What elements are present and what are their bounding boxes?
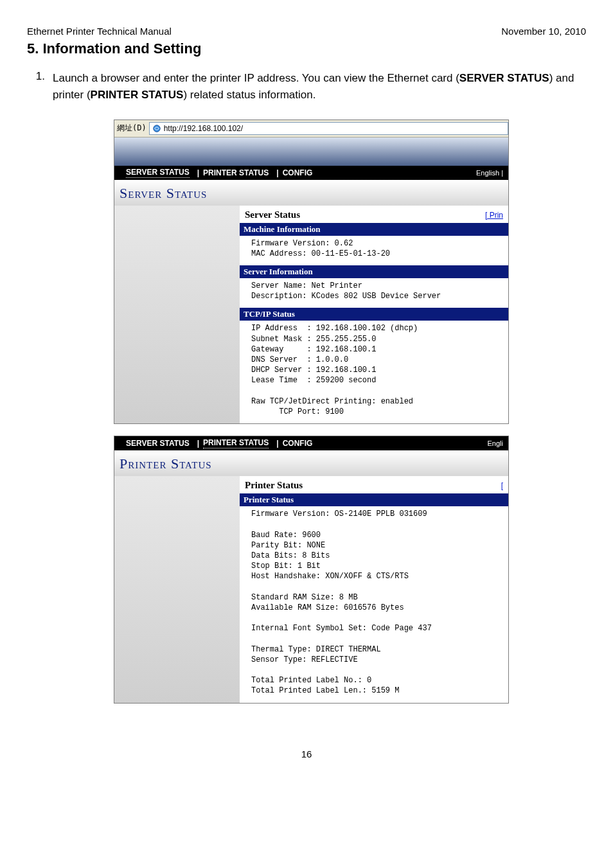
address-url: http://192.168.100.102/: [164, 124, 243, 133]
print-link[interactable]: [: [501, 481, 503, 490]
content-title: Server Status [ Prin: [240, 206, 508, 223]
section-machine-info: Machine Information: [240, 223, 508, 236]
doc-date: November 10, 2010: [501, 26, 586, 37]
step-number: 1.: [27, 70, 45, 104]
page-number: 16: [27, 748, 586, 772]
nav-server-status[interactable]: SERVER STATUS: [126, 439, 190, 448]
nav-printer-status[interactable]: PRINTER STATUS: [203, 168, 269, 177]
banner-gradient: [114, 137, 508, 166]
server-info-body: Server Name: Net Printer Description: KC…: [240, 278, 508, 308]
content-title: Printer Status [: [240, 476, 508, 493]
step-1: 1. Launch a browser and enter the printe…: [27, 70, 586, 104]
page-title-server-status: Server Status: [114, 180, 508, 206]
left-panel: [114, 206, 240, 423]
nav-printer-status[interactable]: PRINTER STATUS: [203, 438, 269, 448]
tcpip-status-body: IP Address : 192.168.100.102 (dhcp) Subn…: [240, 321, 508, 423]
address-bar: 網址(D) http://192.168.100.102/: [114, 120, 508, 137]
nav-bar: SERVER STATUS | PRINTER STATUS | CONFIG …: [114, 436, 508, 450]
section-server-info: Server Information: [240, 265, 508, 278]
section-printer-status: Printer Status: [240, 493, 508, 506]
nav-server-status[interactable]: SERVER STATUS: [126, 168, 190, 178]
address-label: 網址(D): [117, 123, 147, 134]
address-field[interactable]: http://192.168.100.102/: [149, 122, 508, 135]
nav-language[interactable]: Engli: [488, 439, 503, 447]
page-title-printer-status: Printer Status: [114, 450, 508, 476]
step-text: Launch a browser and enter the printer I…: [53, 70, 586, 104]
print-link[interactable]: [ Prin: [485, 211, 503, 220]
machine-info-body: Firmware Version: 0.62 MAC Address: 00-1…: [240, 236, 508, 265]
section-tcpip-status: TCP/IP Status: [240, 308, 508, 321]
nav-bar: SERVER STATUS | PRINTER STATUS | CONFIG …: [114, 166, 508, 180]
nav-config[interactable]: CONFIG: [283, 168, 313, 177]
left-panel: [114, 476, 240, 702]
section-title: 5. Information and Setting: [27, 40, 586, 57]
doc-title: Ethernet Printer Technical Manual: [27, 26, 172, 37]
screenshot-server-status: 網址(D) http://192.168.100.102/ SERVER STA…: [114, 120, 509, 424]
doc-header: Ethernet Printer Technical Manual Novemb…: [27, 26, 586, 37]
printer-status-body: Firmware Version: OS-2140E PPLB 031609 B…: [240, 506, 508, 702]
ie-icon: [152, 124, 161, 133]
nav-language[interactable]: English |: [476, 169, 503, 177]
nav-config[interactable]: CONFIG: [283, 439, 313, 448]
screenshot-printer-status: SERVER STATUS | PRINTER STATUS | CONFIG …: [114, 436, 509, 703]
